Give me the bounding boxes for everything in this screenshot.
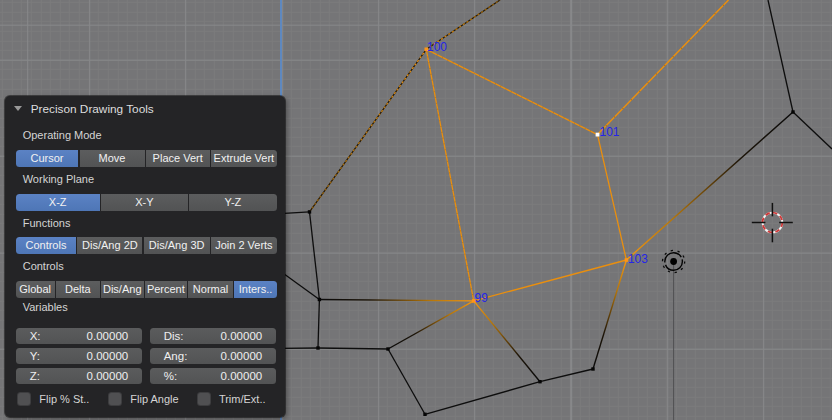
svg-text:103: 103 xyxy=(628,252,648,266)
svg-text:100: 100 xyxy=(427,40,447,54)
svg-text:101: 101 xyxy=(600,125,620,139)
svg-text:99: 99 xyxy=(475,291,489,305)
